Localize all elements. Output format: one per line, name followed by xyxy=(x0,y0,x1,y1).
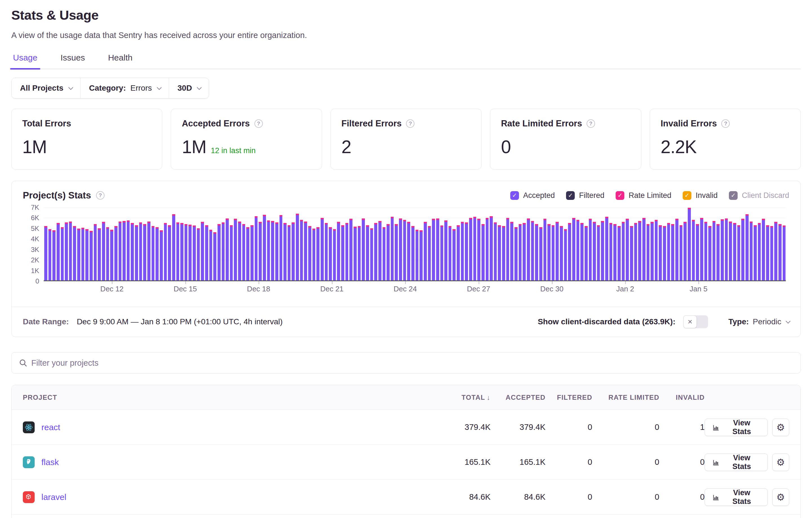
bar xyxy=(613,224,616,280)
bar xyxy=(535,224,538,280)
bar xyxy=(774,222,777,280)
accepted-segment xyxy=(527,220,530,281)
accepted-segment xyxy=(746,216,749,280)
filter-segmented-control: All Projects Category: Errors 30D xyxy=(11,78,209,98)
accepted-segment xyxy=(374,224,377,280)
bar xyxy=(675,219,678,280)
bar xyxy=(411,226,414,280)
help-icon[interactable]: ? xyxy=(254,119,263,128)
project-link[interactable]: react xyxy=(41,423,60,432)
bar xyxy=(49,229,52,280)
accepted-segment xyxy=(168,226,171,280)
table-row: react379.4K379.4K001View Stats⚙ xyxy=(11,410,801,445)
accepted-segment xyxy=(98,230,101,280)
bar xyxy=(630,226,633,280)
bar xyxy=(102,222,105,280)
accepted-segment xyxy=(477,220,481,280)
tab-usage[interactable]: Usage xyxy=(11,53,39,69)
x-axis-tick xyxy=(332,281,332,284)
legend-item-client-discard[interactable]: ✓Client Discard xyxy=(729,191,789,200)
settings-button[interactable]: ⚙ xyxy=(772,419,789,436)
accepted-segment xyxy=(52,232,56,280)
column-header-project[interactable]: PROJECT xyxy=(23,394,426,401)
date-range-filter-button[interactable]: 30D xyxy=(169,78,209,98)
accepted-segment xyxy=(308,227,311,280)
view-stats-label: View Stats xyxy=(723,419,760,436)
bar xyxy=(341,225,344,280)
type-dropdown[interactable]: Type: Periodic xyxy=(728,317,789,326)
bar xyxy=(246,227,249,280)
cell-rate_limited: 0 xyxy=(592,457,659,467)
accepted-segment xyxy=(184,225,187,280)
accepted-segment xyxy=(267,222,270,280)
bar xyxy=(386,224,390,280)
help-icon[interactable]: ? xyxy=(587,119,595,128)
help-icon[interactable]: ? xyxy=(96,191,105,200)
bar xyxy=(762,219,765,280)
bar xyxy=(193,225,196,280)
chart-bars xyxy=(44,208,785,280)
settings-button[interactable]: ⚙ xyxy=(772,454,789,471)
accepted-segment xyxy=(601,222,604,280)
project-link[interactable]: flask xyxy=(41,457,59,467)
column-header-total[interactable]: TOTAL↓ xyxy=(426,394,491,401)
legend-item-filtered[interactable]: ✓Filtered xyxy=(566,191,604,200)
help-icon[interactable]: ? xyxy=(406,119,414,128)
x-tick-label: Dec 27 xyxy=(467,285,490,293)
help-icon[interactable]: ? xyxy=(721,119,730,128)
bar xyxy=(717,224,720,280)
bar xyxy=(230,225,233,280)
legend-item-invalid[interactable]: ✓Invalid xyxy=(683,191,718,200)
table-row: laravel84.6K84.6K000View Stats⚙ xyxy=(11,480,801,515)
accepted-segment xyxy=(263,216,266,280)
project-link[interactable]: laravel xyxy=(41,492,66,502)
accepted-segment xyxy=(209,231,212,280)
accepted-segment xyxy=(679,226,683,280)
category-filter-button[interactable]: Category: Errors xyxy=(80,78,169,98)
bar xyxy=(576,220,580,280)
row-actions: View Stats⚙ xyxy=(705,488,789,506)
view-stats-button[interactable]: View Stats xyxy=(705,419,768,436)
bar xyxy=(155,227,158,280)
stat-card-label-text: Rate Limited Errors xyxy=(501,119,582,129)
accepted-segment xyxy=(539,228,542,280)
project-filter-button[interactable]: All Projects xyxy=(11,78,80,98)
bar xyxy=(275,222,279,280)
accepted-segment xyxy=(255,218,258,280)
accepted-segment xyxy=(580,224,583,280)
accepted-segment xyxy=(152,227,155,280)
legend-item-rate-limited[interactable]: ✓Rate Limited xyxy=(616,191,671,200)
accepted-segment xyxy=(316,228,319,280)
bar xyxy=(65,222,68,280)
search-input[interactable] xyxy=(11,352,801,373)
bar xyxy=(539,227,542,280)
view-stats-button[interactable]: View Stats xyxy=(705,488,768,506)
accepted-segment xyxy=(341,226,344,280)
column-header-rate-limited[interactable]: RATE LIMITED xyxy=(592,394,659,401)
accepted-segment xyxy=(164,224,167,280)
chart-title: Project(s) Stats xyxy=(23,190,91,201)
legend-checkbox-icon: ✓ xyxy=(566,191,575,200)
bar xyxy=(313,228,316,280)
settings-button[interactable]: ⚙ xyxy=(772,488,789,506)
accepted-segment xyxy=(411,227,414,280)
legend-item-accepted[interactable]: ✓Accepted xyxy=(510,191,555,200)
accepted-segment xyxy=(288,226,291,280)
bar xyxy=(57,223,60,280)
column-header-filtered[interactable]: FILTERED xyxy=(546,394,592,401)
stat-card-2: Filtered Errors?2 xyxy=(330,109,482,170)
bar xyxy=(280,215,283,280)
bar xyxy=(655,220,658,280)
stat-cards: Total Errors1MAccepted Errors?1M12 in la… xyxy=(11,109,801,170)
bar xyxy=(746,214,749,280)
client-discard-toggle[interactable]: × xyxy=(683,315,708,328)
column-header-accepted[interactable]: ACCEPTED xyxy=(491,394,546,401)
bar xyxy=(308,226,311,280)
bar xyxy=(267,220,270,280)
view-stats-button[interactable]: View Stats xyxy=(705,454,768,471)
accepted-segment xyxy=(461,223,464,280)
accepted-segment xyxy=(585,227,588,280)
tab-health[interactable]: Health xyxy=(106,53,134,69)
column-header-invalid[interactable]: INVALID xyxy=(659,394,705,401)
tab-issues[interactable]: Issues xyxy=(59,53,87,69)
